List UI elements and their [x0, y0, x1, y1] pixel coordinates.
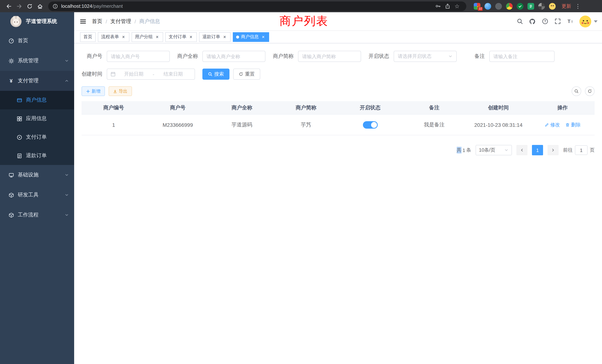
tab-process-form[interactable]: 流程表单 × [98, 32, 129, 42]
sidebar-item-label: 基础设施 [18, 172, 39, 178]
sidebar-item-refund-order[interactable]: 退款订单 [0, 146, 74, 165]
extension-icon[interactable]: 10 [474, 3, 480, 10]
card-icon [16, 97, 22, 103]
target-icon [16, 134, 22, 140]
sidebar-item-label: 商户信息 [26, 97, 47, 103]
sidebar-logo[interactable]: 芋道管理系统 [0, 12, 74, 31]
prev-page-button[interactable] [516, 145, 527, 155]
next-page-button[interactable] [548, 145, 559, 155]
filter-full-name: 商户全称 [177, 51, 265, 62]
merchant-no-input[interactable] [111, 54, 166, 59]
svg-text:T: T [571, 20, 573, 24]
sidebar-item-label: 支付管理 [18, 77, 39, 84]
screen: localhost:1024/pay/merchant ☆ 10 更新 [0, 0, 602, 364]
close-icon[interactable]: × [121, 34, 126, 40]
edit-link[interactable]: 修改 [544, 121, 560, 128]
goto-page-input[interactable] [575, 145, 588, 155]
github-icon[interactable] [526, 12, 539, 31]
sidebar-item-dev-tools[interactable]: 研发工具 [0, 185, 74, 205]
date-range-picker[interactable]: 开始日期 - 结束日期 [107, 69, 195, 80]
status-toggle[interactable] [363, 121, 377, 128]
navbar: 首页 / 支付管理 / 商户信息 ? [74, 12, 602, 31]
chevron-right-icon [551, 148, 555, 152]
sidebar-item-label: 应用信息 [26, 115, 47, 122]
sidebar-submenu-payment: 商户信息 应用信息 支付订单 [0, 91, 74, 165]
breadcrumb-home[interactable]: 首页 [92, 18, 102, 25]
sidebar-item-home[interactable]: 首页 [0, 31, 74, 51]
password-key-icon[interactable] [433, 2, 443, 10]
export-button[interactable]: 导出 [109, 86, 132, 96]
url-text[interactable]: localhost:1024/pay/merchant [61, 3, 433, 9]
fullscreen-icon[interactable] [551, 12, 564, 31]
close-icon[interactable]: × [155, 34, 160, 40]
filter-remark: 备注 [464, 51, 555, 62]
caret-down-icon [594, 20, 598, 22]
sidebar-item-payment[interactable]: ¥ 支付管理 [0, 71, 74, 91]
address-bar[interactable]: localhost:1024/pay/merchant ☆ [48, 1, 466, 11]
add-button[interactable]: 新增 [82, 86, 105, 96]
sidebar-item-merchant-info[interactable]: 商户信息 [0, 91, 74, 109]
user-avatar [579, 15, 591, 27]
extension-icon[interactable] [517, 3, 523, 10]
tab-refund-order[interactable]: 退款订单 × [199, 32, 231, 42]
extension-icon[interactable] [538, 3, 545, 10]
close-icon[interactable]: × [222, 34, 227, 40]
extension-icon[interactable] [506, 3, 513, 10]
sidebar-item-label: 系统管理 [18, 57, 39, 64]
short-name-input[interactable] [302, 54, 357, 59]
browser-back-icon[interactable] [4, 1, 14, 11]
share-icon[interactable] [443, 2, 452, 10]
browser-forward-icon[interactable] [14, 1, 24, 11]
browser-home-icon[interactable] [35, 1, 45, 11]
page-size-select[interactable]: 10条/页 [476, 145, 512, 155]
extension-icon[interactable] [495, 3, 502, 10]
reset-button[interactable]: 重置 [233, 69, 260, 80]
search-button[interactable]: 搜索 [202, 69, 229, 80]
full-name-input[interactable] [206, 54, 261, 59]
tab-user-group[interactable]: 用户分组 × [132, 32, 163, 42]
close-icon[interactable]: × [188, 34, 194, 40]
page-number-button[interactable]: 1 [532, 145, 543, 155]
chevron-down-icon [504, 148, 509, 152]
chevron-up-icon [64, 79, 69, 83]
search-icon[interactable] [513, 12, 526, 31]
chevron-down-icon [448, 54, 453, 59]
browser-profile-avatar[interactable] [549, 3, 556, 10]
chevron-down-icon [64, 173, 69, 177]
delete-link[interactable]: 删除 [565, 121, 581, 128]
sidebar-item-system[interactable]: 系统管理 [0, 51, 74, 71]
sidebar-item-pay-order[interactable]: 支付订单 [0, 128, 74, 146]
sidebar-item-workflow[interactable]: 工作流程 [0, 205, 74, 225]
refresh-button[interactable] [585, 86, 595, 96]
browser-update-button[interactable]: 更新 [562, 3, 571, 10]
sidebar-item-label: 退款订单 [26, 152, 47, 159]
browser-menu-icon[interactable]: ⋮ [575, 3, 581, 10]
navbar-actions: ? TT [513, 12, 602, 31]
tab-merchant-info[interactable]: 商户信息 × [233, 32, 269, 42]
tab-pay-order[interactable]: 支付订单 × [165, 32, 197, 42]
browser-reload-icon[interactable] [24, 1, 35, 11]
grid-icon [16, 116, 22, 121]
remark-input[interactable] [493, 54, 550, 59]
tab-home[interactable]: 首页 [80, 32, 96, 42]
site-info-icon[interactable] [53, 3, 58, 9]
extension-icon[interactable] [484, 3, 491, 10]
sidebar-item-infrastructure[interactable]: 基础设施 [0, 165, 74, 185]
table-header-row: 商户编号 商户号 商户全称 商户简称 开启状态 备注 创建时间 操作 [82, 101, 595, 115]
hide-search-button[interactable] [572, 86, 581, 96]
font-size-icon[interactable]: TT [564, 12, 576, 31]
extensions-row: 10 [474, 3, 556, 10]
bookmark-star-icon[interactable]: ☆ [452, 2, 462, 10]
help-icon[interactable]: ? [539, 12, 551, 31]
monitor-icon [8, 172, 14, 178]
start-date-placeholder: 开始日期 [116, 71, 152, 77]
user-menu[interactable] [579, 15, 598, 27]
close-icon[interactable]: × [261, 34, 266, 40]
hamburger-icon[interactable] [74, 12, 92, 30]
tags-view: 首页 流程表单 × 用户分组 × 支付订单 × [74, 31, 602, 43]
extension-icon[interactable] [527, 3, 534, 10]
status-select[interactable]: 请选择开启状态 [394, 51, 457, 62]
sidebar: 芋道管理系统 首页 系统管理 ¥ 支付管理 [0, 12, 74, 364]
breadcrumb-payment[interactable]: 支付管理 [110, 18, 131, 25]
sidebar-item-app-info[interactable]: 应用信息 [0, 109, 74, 128]
